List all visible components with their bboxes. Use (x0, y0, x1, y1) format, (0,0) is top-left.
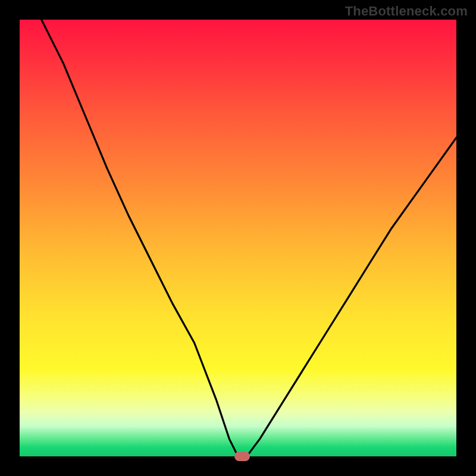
chart-frame: TheBottleneck.com (0, 0, 476, 476)
optimal-point-marker (234, 452, 250, 461)
watermark-text: TheBottleneck.com (345, 4, 468, 19)
plot-area (20, 20, 456, 456)
bottleneck-curve (20, 20, 456, 456)
